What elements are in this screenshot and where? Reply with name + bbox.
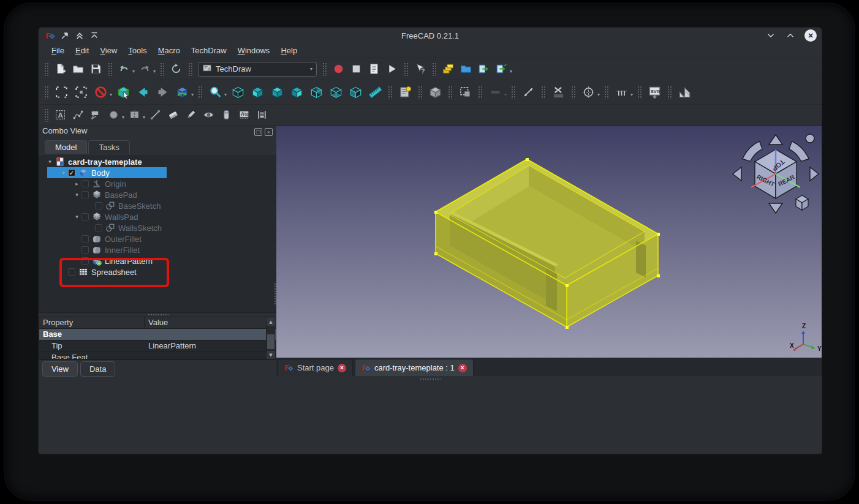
toolbar-drag-handle[interactable]	[571, 86, 575, 99]
view-front-button[interactable]	[248, 83, 267, 102]
tree-expander-icon[interactable]: ▾	[72, 192, 81, 198]
visibility-checkbox[interactable]	[81, 257, 89, 265]
view-top-button[interactable]	[268, 83, 286, 102]
property-group-base[interactable]: Base	[39, 329, 276, 340]
stop-macro-button[interactable]	[348, 61, 365, 77]
td-clip-group-button[interactable]	[456, 83, 474, 102]
toolbar-drag-handle[interactable]	[541, 86, 545, 99]
open-file-button[interactable]	[70, 61, 86, 77]
toolbar-drag-handle[interactable]	[44, 62, 48, 76]
toolbar-drag-handle[interactable]	[44, 86, 48, 99]
tree-item-spreadsheet[interactable]: Spreadsheet	[39, 266, 276, 277]
property-value[interactable]: LinearPattern	[145, 340, 276, 352]
tree-item-innerfillet[interactable]: InnerFillet	[39, 244, 276, 255]
dropdown-caret-icon[interactable]: ▾	[132, 69, 135, 74]
visibility-checkbox[interactable]	[95, 224, 102, 231]
tab-model[interactable]: Model	[45, 140, 87, 154]
property-scrollbar[interactable]: ▲ ▼	[266, 318, 275, 359]
toolbar-drag-handle[interactable]	[511, 86, 515, 99]
menu-edit[interactable]: Edit	[70, 45, 94, 56]
close-tab-icon[interactable]: ×	[458, 364, 467, 372]
anno-section-button[interactable]	[126, 107, 143, 123]
dropdown-caret-icon[interactable]: ▾	[630, 92, 633, 97]
go-to-linked-button[interactable]	[173, 83, 191, 102]
tree-item-wallssketch[interactable]: WallsSketch	[39, 222, 276, 233]
scrollbar-thumb[interactable]	[267, 334, 274, 349]
nav-forward-button[interactable]	[153, 83, 172, 102]
toolbar-drag-handle[interactable]	[432, 62, 436, 76]
tree-item-body[interactable]: ▾✓Body	[39, 167, 276, 178]
whats-this-button[interactable]: ?	[412, 61, 428, 77]
export-page-button[interactable]	[475, 61, 492, 77]
viewport-3d[interactable]: TOP RIGHT REAR	[276, 126, 822, 358]
property-editor[interactable]: Property Value Base TipLinearPatternBase…	[39, 317, 276, 360]
macro-dialog-button[interactable]	[366, 61, 382, 77]
part-stack-button[interactable]	[440, 61, 456, 77]
dropdown-caret-icon[interactable]: ▾	[224, 92, 227, 97]
dropdown-caret-icon[interactable]: ▾	[153, 69, 156, 74]
dropdown-caret-icon[interactable]: ▾	[191, 92, 194, 97]
menu-macro[interactable]: Macro	[153, 45, 186, 56]
menu-view[interactable]: View	[94, 45, 123, 56]
box-selection-button[interactable]	[114, 83, 132, 102]
td-export-svg-button[interactable]: SVG	[645, 83, 664, 102]
view-axonometric-button[interactable]	[229, 83, 247, 102]
dropdown-caret-icon[interactable]: ▾	[510, 69, 512, 74]
anno-annotation-button[interactable]: A	[52, 107, 69, 123]
fit-selection-button[interactable]	[72, 83, 90, 102]
tree-item-card-tray-temeplate[interactable]: ▾card-tray-temeplate	[39, 156, 276, 167]
td-insert-page-button[interactable]	[396, 83, 414, 102]
toolbar-drag-handle[interactable]	[478, 86, 482, 99]
menu-windows[interactable]: Windows	[232, 45, 276, 56]
tree-item-outerfillet[interactable]: OuterFillet	[39, 233, 276, 244]
tree-expander-icon[interactable]: ▾	[45, 159, 55, 165]
property-value[interactable]	[145, 352, 276, 359]
document-tab-card-tray-temeplate-1[interactable]: Fcard-tray-temeplate : 1×	[355, 359, 474, 376]
close-panel-icon[interactable]: ×	[265, 128, 273, 136]
model-tree[interactable]: ▾card-tray-temeplate▾✓Body▸Origin▾BasePa…	[39, 156, 276, 313]
toolbar-drag-handle[interactable]	[448, 86, 452, 99]
property-row-base-feat[interactable]: Base Feat	[39, 352, 276, 359]
toolbar-drag-handle[interactable]	[108, 62, 112, 76]
tree-item-basesketch[interactable]: BaseSketch	[39, 200, 276, 211]
td-disabled-button[interactable]	[486, 83, 504, 102]
unfold-icon[interactable]	[74, 30, 85, 41]
tree-expander-icon[interactable]: ▾	[59, 170, 68, 176]
anno-leader-button[interactable]	[70, 107, 86, 123]
visibility-checkbox[interactable]	[81, 235, 89, 243]
anno-rich-text-button[interactable]	[88, 107, 104, 123]
menu-tools[interactable]: Tools	[123, 45, 152, 56]
td-insert-view-button[interactable]	[426, 83, 444, 102]
execute-macro-button[interactable]	[384, 61, 400, 77]
menu-techdraw[interactable]: TechDraw	[186, 45, 232, 56]
anno-line-button[interactable]	[147, 107, 164, 123]
zoom-tools-button[interactable]	[206, 83, 224, 102]
toolbar-drag-handle[interactable]	[404, 62, 408, 76]
visibility-checkbox[interactable]	[81, 180, 89, 187]
visibility-checkbox[interactable]	[95, 202, 102, 209]
td-dimension-button[interactable]	[519, 83, 537, 102]
view-right-button[interactable]	[287, 83, 306, 102]
tree-expander-icon[interactable]: ▸	[72, 181, 81, 187]
view-rear-button[interactable]	[307, 83, 325, 102]
workbench-selector[interactable]: TechDraw▾	[198, 62, 317, 77]
document-tab-start-page[interactable]: FStart page×	[278, 359, 353, 376]
toolbar-drag-handle[interactable]	[198, 86, 202, 99]
anno-eraser-button[interactable]	[165, 107, 181, 123]
anno-circle-button[interactable]	[105, 107, 122, 123]
chevron-down-icon[interactable]	[765, 30, 776, 41]
dropdown-caret-icon[interactable]: ▾	[143, 115, 145, 120]
toolbar-drag-handle[interactable]	[418, 86, 422, 99]
nav-cube-corner-dot[interactable]	[806, 134, 814, 143]
dropdown-caret-icon[interactable]: ▾	[504, 92, 507, 97]
record-macro-button[interactable]	[330, 61, 347, 77]
toolbar-drag-handle[interactable]	[388, 86, 392, 99]
tree-item-wallspad[interactable]: ▾WallsPad	[39, 211, 276, 222]
td-extension-lines-button[interactable]	[612, 83, 630, 102]
anno-stamp-button[interactable]	[218, 107, 235, 123]
refresh-button[interactable]	[168, 61, 184, 77]
report-splitter-handle[interactable]	[420, 378, 441, 381]
redo-button[interactable]	[137, 61, 153, 77]
tree-item-basepad[interactable]: ▾BasePad	[39, 189, 276, 200]
float-panel-icon[interactable]: ❐	[254, 128, 262, 136]
